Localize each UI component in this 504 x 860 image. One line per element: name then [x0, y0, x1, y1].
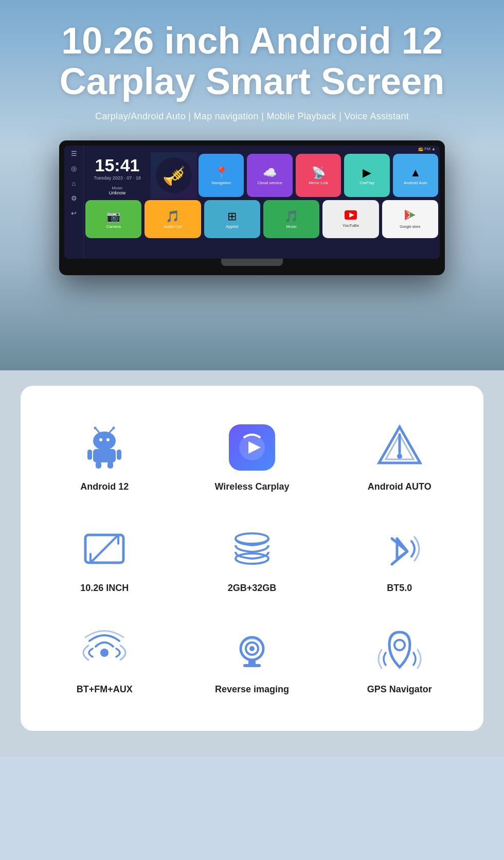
svg-line-29: [92, 536, 117, 562]
settings-icon[interactable]: ⚙: [71, 194, 77, 202]
screen-sidebar: ☰ ◎ ⌂ ⚙ ↩: [64, 146, 84, 259]
nav-label: Navigation: [211, 181, 231, 186]
svg-point-27: [397, 454, 402, 459]
svg-rect-17: [87, 450, 92, 460]
app-music[interactable]: 🎵 Music: [263, 200, 319, 238]
device-wrap: ☰ ◎ ⌂ ⚙ ↩ 📻 FM ▲ 15:41 Tuesday 2: [31, 140, 473, 275]
hero-section: 10.26 inch Android 12 Carplay Smart Scre…: [0, 0, 504, 370]
screen-icon-wrap: [79, 523, 130, 575]
feature-storage: 2GB+32GB: [178, 508, 326, 609]
audio-label: Audio Out: [164, 224, 182, 229]
svg-point-15: [113, 427, 115, 429]
androidauto-icon-wrap: [374, 422, 425, 473]
fm-label: BT+FM+AUX: [77, 684, 133, 695]
app-youtube[interactable]: YouTuBe: [322, 200, 379, 238]
gstore-icon: [404, 209, 416, 224]
auto-label: Android Auto: [404, 181, 427, 186]
svg-point-35: [249, 646, 255, 651]
feature-carplay: Wireless Carplay: [178, 406, 326, 508]
camera-label: Camera: [106, 224, 120, 229]
svg-point-32: [100, 649, 109, 657]
cloud-icon: ☁️: [263, 166, 277, 180]
feature-fm: BT+FM+AUX: [31, 609, 178, 710]
gps-label: GPS Navigator: [367, 684, 432, 695]
device-stand: [221, 259, 283, 266]
android12-label: Android 12: [80, 481, 129, 492]
status-icons: 📻 FM ▲: [418, 147, 436, 151]
screen-main: 📻 FM ▲ 15:41 Tuesday 2023 · 07 · 18 Musi…: [84, 146, 440, 259]
svg-rect-37: [243, 664, 261, 667]
app-camera[interactable]: 📷 Camera: [85, 200, 141, 238]
device-screen: ☰ ◎ ⌂ ⚙ ↩ 📻 FM ▲ 15:41 Tuesday 2: [64, 146, 440, 259]
home-icon[interactable]: ⌂: [72, 180, 76, 187]
music-icon: 🎵: [284, 210, 298, 223]
app-android-auto[interactable]: ▲ Android Auto: [393, 154, 438, 197]
cloud-label: Cloud service: [257, 181, 282, 186]
carplay-icon: ▶: [363, 166, 371, 180]
device: ☰ ◎ ⌂ ⚙ ↩ 📻 FM ▲ 15:41 Tuesday 2: [59, 140, 445, 275]
camera-icon: 📷: [106, 210, 120, 223]
bt-label: BT5.0: [387, 583, 412, 594]
svg-marker-7: [410, 212, 415, 218]
svg-line-14: [110, 428, 113, 433]
feature-androidauto: Android AUTO: [326, 406, 473, 508]
camera-icon-wrap: [226, 624, 278, 676]
svg-line-12: [96, 428, 99, 433]
app-mirror[interactable]: 📡 Mirror Link: [296, 154, 341, 197]
svg-point-9: [93, 432, 116, 450]
screen-clock: 15:41 Tuesday 2023 · 07 · 18 Music Unkno…: [84, 152, 151, 199]
svg-point-38: [394, 640, 405, 650]
layers-icon-wrap: [226, 523, 278, 575]
carplay-label: CarPlay: [359, 181, 374, 186]
androidauto-label: Android AUTO: [368, 481, 431, 492]
clock-time: 15:41: [89, 156, 146, 174]
back-icon[interactable]: ↩: [71, 209, 77, 217]
mirror-icon: 📡: [312, 166, 326, 180]
audio-icon: 🎵: [166, 210, 179, 223]
svg-rect-19: [96, 461, 101, 469]
feature-android12: Android 12: [31, 406, 178, 508]
svg-point-11: [106, 438, 110, 441]
youtube-icon: [345, 210, 357, 222]
menu-icon[interactable]: ☰: [71, 150, 77, 157]
music-art: 🎺: [151, 152, 197, 199]
app-carplay[interactable]: ▶ CarPlay: [344, 154, 389, 197]
location-icon[interactable]: ◎: [71, 165, 77, 172]
mirror-label: Mirror Link: [309, 181, 328, 186]
carplay-icon-wrap: [226, 422, 278, 473]
youtube-label: YouTuBe: [343, 223, 359, 228]
feature-bt: BT5.0: [326, 508, 473, 609]
screen-top: 15:41 Tuesday 2023 · 07 · 18 Music Unkno…: [84, 152, 440, 199]
android-icon-wrap: [79, 422, 130, 473]
hero-title: 10.26 inch Android 12 Carplay Smart Scre…: [31, 21, 473, 102]
clock-date: Tuesday 2023 · 07 · 18: [89, 175, 146, 181]
svg-text:🎺: 🎺: [163, 165, 186, 187]
app-grid-row2: 📷 Camera 🎵 Audio Out ⊞ Applist 🎵: [84, 199, 440, 240]
app-gstore[interactable]: Google store: [382, 200, 438, 238]
feature-gps: GPS Navigator: [326, 609, 473, 710]
svg-rect-16: [93, 449, 116, 462]
svg-rect-20: [107, 461, 113, 469]
feature-screen: 10.26 INCH: [31, 508, 178, 609]
svg-point-10: [99, 438, 102, 441]
app-audio[interactable]: 🎵 Audio Out: [145, 200, 201, 238]
gstore-label: Google store: [400, 225, 420, 229]
app-navigation[interactable]: 📍 Navigation: [199, 154, 244, 197]
app-grid-row1: 📍 Navigation ☁️ Cloud service 📡 Mirror L…: [197, 152, 440, 199]
music-name: Unknow: [89, 190, 146, 195]
nav-icon: 📍: [214, 166, 228, 180]
features-section: Android 12: [0, 370, 504, 757]
reverse-label: Reverse imaging: [215, 684, 289, 695]
music-app-label: Music: [286, 224, 297, 229]
svg-rect-18: [117, 450, 121, 460]
auto-icon: ▲: [410, 166, 421, 180]
app-cloud[interactable]: ☁️ Cloud service: [247, 154, 292, 197]
applist-label: Applist: [226, 224, 238, 229]
music-label: Music: [89, 186, 146, 190]
svg-point-13: [94, 427, 97, 429]
hero-subtitle: Carplay/Android Auto | Map navigation | …: [31, 111, 473, 122]
app-applist[interactable]: ⊞ Applist: [204, 200, 260, 238]
bt-icon-wrap: [374, 523, 425, 575]
gps-icon-wrap: [374, 624, 425, 676]
fm-icon-wrap: [79, 624, 130, 676]
